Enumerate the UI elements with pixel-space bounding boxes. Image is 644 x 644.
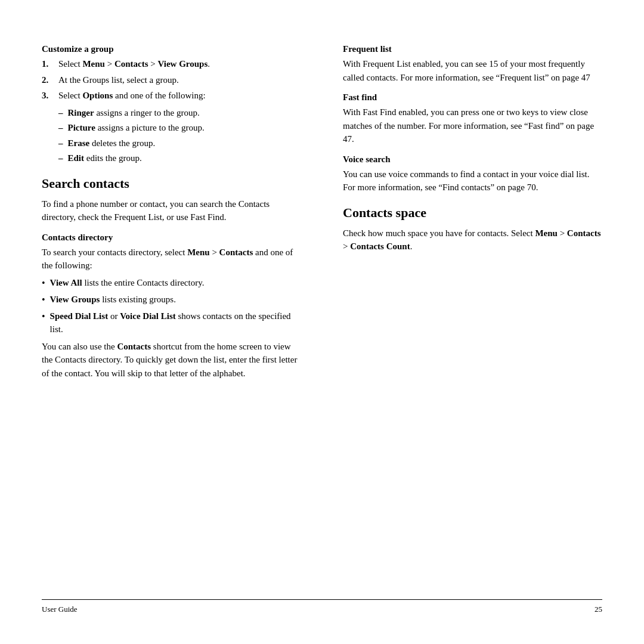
step-3: 3. Select Options and one of the followi… <box>42 89 301 103</box>
contacts-space-heading: Contacts space <box>343 205 602 221</box>
step-1: 1. Select Menu > Contacts > View Groups. <box>42 57 301 71</box>
search-contacts-heading: Search contacts <box>42 176 301 191</box>
step-1-text: Select Menu > Contacts > View Groups. <box>58 57 210 71</box>
step-2-text: At the Groups list, select a group. <box>58 73 179 87</box>
contacts-shortcut-paragraph: You can also use the Contacts shortcut f… <box>42 340 301 380</box>
dash-picture: Picture assigns a picture to the group. <box>58 121 301 135</box>
dash-edit-text: Edit edits the group. <box>68 151 142 165</box>
bullet-speed-dial-text: Speed Dial List or Voice Dial List shows… <box>50 309 301 336</box>
step-3-text: Select Options and one of the following: <box>58 89 206 103</box>
main-content: Customize a group 1. Select Menu > Conta… <box>42 36 602 383</box>
contacts-directory-intro: To search your contacts directory, selec… <box>42 246 301 273</box>
contacts-directory-heading: Contacts directory <box>42 233 301 243</box>
frequent-list-section: Frequent list With Frequent List enabled… <box>343 44 602 84</box>
step-2-num: 2. <box>42 73 58 87</box>
bullet-speed-dial: Speed Dial List or Voice Dial List shows… <box>42 309 301 336</box>
fast-find-heading: Fast find <box>343 92 602 103</box>
customize-group-section: Customize a group 1. Select Menu > Conta… <box>42 44 301 165</box>
contacts-directory-list: View All lists the entire Contacts direc… <box>42 276 301 336</box>
customize-group-heading: Customize a group <box>42 44 301 54</box>
voice-search-section: Voice search You can use voice commands … <box>343 154 602 194</box>
step-3-num: 3. <box>42 89 58 103</box>
fast-find-section: Fast find With Fast Find enabled, you ca… <box>343 92 602 146</box>
right-column: Frequent list With Frequent List enabled… <box>337 36 602 383</box>
fast-find-text: With Fast Find enabled, you can press on… <box>343 106 602 146</box>
bullet-view-all-text: View All lists the entire Contacts direc… <box>50 276 205 290</box>
search-contacts-section: Search contacts To find a phone number o… <box>42 176 301 380</box>
page-footer: User Guide 25 <box>42 599 602 614</box>
footer-label: User Guide <box>42 605 78 614</box>
page-number: 25 <box>595 605 602 614</box>
page: Customize a group 1. Select Menu > Conta… <box>0 0 644 644</box>
dash-picture-text: Picture assigns a picture to the group. <box>68 121 205 135</box>
frequent-list-text: With Frequent List enabled, you can see … <box>343 57 602 84</box>
dash-edit: Edit edits the group. <box>58 151 301 165</box>
voice-search-text: You can use voice commands to find a con… <box>343 168 602 194</box>
customize-group-steps: 1. Select Menu > Contacts > View Groups.… <box>42 57 301 103</box>
dash-erase-text: Erase deletes the group. <box>68 137 156 150</box>
contacts-space-text: Check how much space you have for contac… <box>343 227 602 253</box>
left-column: Customize a group 1. Select Menu > Conta… <box>42 36 307 383</box>
bullet-view-all: View All lists the entire Contacts direc… <box>42 276 301 290</box>
step-1-num: 1. <box>42 57 58 71</box>
dash-ringer: Ringer assigns a ringer to the group. <box>58 106 301 120</box>
voice-search-heading: Voice search <box>343 154 602 165</box>
step-2: 2. At the Groups list, select a group. <box>42 73 301 87</box>
customize-group-options: Ringer assigns a ringer to the group. Pi… <box>42 106 301 165</box>
contacts-space-section: Contacts space Check how much space you … <box>343 205 602 253</box>
contacts-directory-section: Contacts directory To search your contac… <box>42 233 301 380</box>
bullet-view-groups-text: View Groups lists existing groups. <box>50 293 176 306</box>
dash-ringer-text: Ringer assigns a ringer to the group. <box>68 106 200 120</box>
search-contacts-intro: To find a phone number or contact, you c… <box>42 197 301 224</box>
bullet-view-groups: View Groups lists existing groups. <box>42 293 301 307</box>
frequent-list-heading: Frequent list <box>343 44 602 54</box>
dash-erase: Erase deletes the group. <box>58 137 301 150</box>
